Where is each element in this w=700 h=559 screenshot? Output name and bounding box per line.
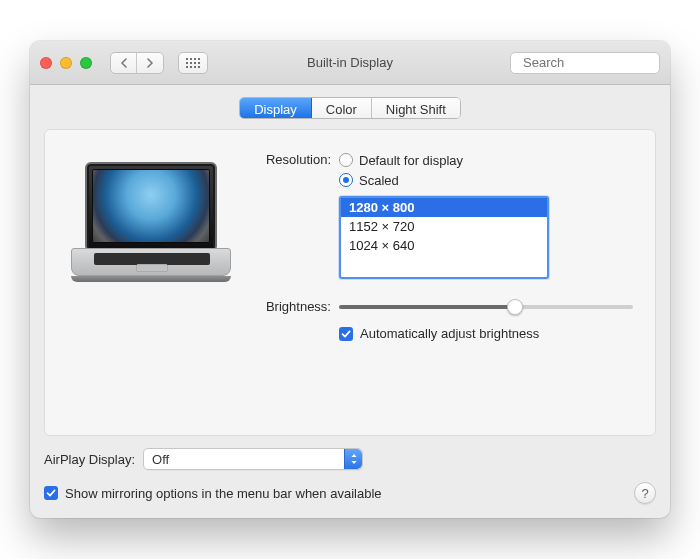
help-button[interactable]: ?: [634, 482, 656, 504]
tab-color[interactable]: Color: [312, 98, 372, 118]
svg-rect-10: [194, 66, 196, 68]
resolution-option[interactable]: 1024 × 640: [341, 236, 547, 255]
brightness-label: Brightness:: [257, 297, 339, 314]
titlebar: Built-in Display: [30, 41, 670, 85]
tab-label: Night Shift: [386, 102, 446, 117]
brightness-slider[interactable]: [339, 305, 633, 309]
option-label: 1152 × 720: [349, 219, 414, 234]
auto-brightness-checkbox[interactable]: Automatically adjust brightness: [339, 326, 639, 341]
option-label: 1280 × 800: [349, 200, 414, 215]
svg-rect-5: [190, 62, 192, 64]
resolution-label: Resolution:: [257, 150, 339, 167]
zoom-window-button[interactable]: [80, 57, 92, 69]
stepper-arrows-icon: [344, 449, 362, 469]
svg-rect-3: [198, 58, 200, 60]
checkbox-icon: [44, 486, 58, 500]
svg-rect-8: [186, 66, 188, 68]
radio-label: Scaled: [359, 173, 399, 188]
tab-night-shift[interactable]: Night Shift: [372, 98, 460, 118]
settings-column: Resolution: Default for display Scaled: [257, 148, 639, 345]
airplay-label: AirPlay Display:: [44, 452, 135, 467]
tabs-row: Display Color Night Shift: [44, 97, 656, 119]
resolution-option[interactable]: 1280 × 800: [341, 198, 547, 217]
show-mirroring-label: Show mirroring options in the menu bar w…: [65, 486, 382, 501]
show-mirroring-checkbox[interactable]: Show mirroring options in the menu bar w…: [44, 486, 382, 501]
chevron-right-icon: [146, 58, 154, 68]
svg-rect-0: [186, 58, 188, 60]
close-window-button[interactable]: [40, 57, 52, 69]
svg-rect-6: [194, 62, 196, 64]
radio-default-for-display[interactable]: Default for display: [339, 150, 639, 170]
auto-brightness-label: Automatically adjust brightness: [360, 326, 539, 341]
radio-label: Default for display: [359, 153, 463, 168]
option-label: 1024 × 640: [349, 238, 414, 253]
window-controls: [40, 57, 92, 69]
back-button[interactable]: [111, 53, 137, 73]
display-illustration: [61, 152, 241, 292]
svg-rect-9: [190, 66, 192, 68]
help-icon: ?: [641, 486, 648, 501]
radio-scaled[interactable]: Scaled: [339, 170, 639, 190]
laptop-icon: [71, 162, 231, 282]
slider-thumb[interactable]: [507, 299, 523, 315]
search-field[interactable]: [510, 52, 660, 74]
radio-icon: [339, 153, 353, 167]
tab-label: Color: [326, 102, 357, 117]
svg-rect-2: [194, 58, 196, 60]
show-all-button[interactable]: [178, 52, 208, 74]
radio-icon: [339, 173, 353, 187]
resolution-option[interactable]: 1152 × 720: [341, 217, 547, 236]
displays-pref-window: Built-in Display Display Color Night Shi…: [30, 41, 670, 518]
svg-rect-11: [198, 66, 200, 68]
tab-label: Display: [254, 102, 297, 117]
resolution-list[interactable]: 1280 × 800 1152 × 720 1024 × 640: [339, 196, 549, 279]
content-area: Display Color Night Shift: [30, 85, 670, 518]
chevron-left-icon: [120, 58, 128, 68]
tab-display[interactable]: Display: [240, 98, 312, 118]
search-input[interactable]: [521, 54, 670, 71]
tabs: Display Color Night Shift: [239, 97, 461, 119]
grid-icon: [186, 58, 200, 68]
airplay-select[interactable]: Off: [143, 448, 363, 470]
minimize-window-button[interactable]: [60, 57, 72, 69]
svg-rect-7: [198, 62, 200, 64]
forward-button[interactable]: [137, 53, 163, 73]
checkbox-icon: [339, 327, 353, 341]
airplay-selected-value: Off: [152, 452, 169, 467]
svg-rect-4: [186, 62, 188, 64]
bottom-area: AirPlay Display: Off Show mirroring opti…: [44, 448, 656, 504]
nav-segment: [110, 52, 164, 74]
svg-rect-1: [190, 58, 192, 60]
display-panel: Resolution: Default for display Scaled: [44, 129, 656, 436]
